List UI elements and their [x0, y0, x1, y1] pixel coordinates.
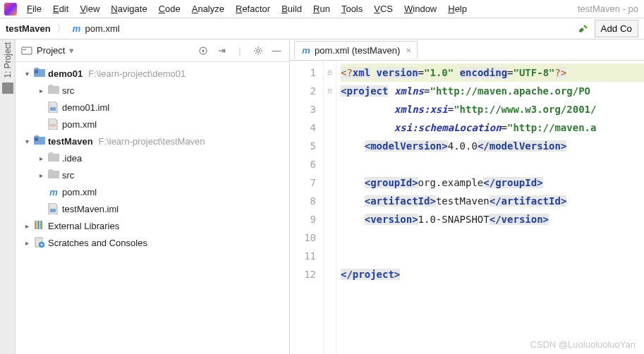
breadcrumb-project[interactable]: testMaven — [6, 23, 51, 34]
tree-module-demo01[interactable]: ▾demo01F:\learn-project\demo01 — [16, 65, 289, 82]
tree-external-libraries[interactable]: ▸External Libraries — [16, 217, 289, 234]
tree-item-label: testMaven.iml — [62, 204, 119, 214]
tree-item-label: src — [62, 170, 74, 181]
menu-tools[interactable]: Tools — [336, 2, 368, 16]
code-line-7[interactable]: <groupId>org.example</groupId> — [341, 173, 644, 192]
menu-refactor[interactable]: Refactor — [230, 2, 276, 16]
divider: | — [233, 44, 247, 58]
expand-all-icon[interactable]: ⇥ — [214, 44, 229, 58]
svg-rect-8 — [35, 138, 38, 141]
tree-item-src[interactable]: ▸src — [16, 166, 289, 183]
code-line-1[interactable]: <?xml version="1.0" encoding="UTF-8"?> — [341, 63, 644, 82]
menu-view[interactable]: View — [74, 2, 105, 16]
add-configuration-button[interactable]: Add Co — [595, 20, 638, 37]
code-line-6[interactable] — [341, 155, 644, 173]
tree-item-pom-xml[interactable]: <>pom.xml — [16, 116, 289, 133]
project-view-title[interactable]: Project — [37, 45, 65, 56]
tree-item--idea[interactable]: ▸.idea — [16, 149, 289, 166]
menu-help[interactable]: Help — [442, 2, 473, 16]
project-view-icon — [21, 45, 32, 56]
pom-m-icon: m — [48, 186, 59, 197]
tree-item-label: External Libraries — [48, 221, 119, 231]
project-tool-button[interactable]: 1: Project — [3, 42, 13, 78]
menu-edit[interactable]: Edit — [47, 2, 74, 16]
menu-file[interactable]: File — [21, 2, 47, 16]
code-line-4[interactable]: xsi:schemaLocation="http://maven.a — [341, 118, 644, 137]
close-tab-icon[interactable]: × — [406, 45, 411, 56]
tree-twistie-icon[interactable]: ▸ — [37, 154, 45, 162]
svg-point-3 — [202, 49, 205, 51]
tree-twistie-icon[interactable]: ▸ — [23, 239, 31, 247]
line-number-gutter: 123456789101112 — [290, 61, 324, 354]
code-line-2[interactable]: <project xmlns="http://maven.apache.org/… — [341, 82, 644, 100]
tree-twistie-icon[interactable]: ▸ — [23, 222, 31, 230]
tree-item-label: demo01 — [48, 68, 83, 79]
code-line-10[interactable] — [341, 228, 644, 247]
tool-window-stripe: 1: Project — [0, 39, 16, 354]
tree-twistie-icon[interactable]: ▾ — [23, 70, 31, 78]
breadcrumb-file[interactable]: pom.xml — [85, 23, 120, 34]
svg-rect-5 — [35, 70, 38, 73]
tree-item-src[interactable]: ▸src — [16, 82, 289, 99]
tree-module-testMaven[interactable]: ▾testMavenF:\learn-project\testMaven — [16, 133, 289, 149]
tree-twistie-icon[interactable]: ▸ — [37, 171, 45, 179]
tree-scratches-and-consoles[interactable]: ▸Scratches and Consoles — [16, 234, 289, 251]
menu-vcs[interactable]: VCS — [368, 2, 399, 16]
view-dropdown-icon[interactable]: ▾ — [69, 45, 74, 56]
code-line-5[interactable]: <modelVersion>4.0.0</modelVersion> — [341, 137, 644, 155]
navigation-bar: testMaven 〉 m pom.xml Add Co — [0, 18, 644, 39]
locate-icon[interactable] — [196, 44, 210, 58]
project-tree[interactable]: ▾demo01F:\learn-project\demo01▸srcdemo01… — [16, 62, 289, 254]
code-line-11[interactable] — [341, 247, 644, 265]
tree-item-testMaven-iml[interactable]: testMaven.iml — [16, 200, 289, 217]
tree-item-label: demo01.iml — [62, 102, 109, 113]
module-icon — [34, 135, 45, 147]
editor-body[interactable]: 123456789101112 ⊟⊟ <?xml version="1.0" e… — [290, 61, 644, 354]
menu-window[interactable]: Window — [399, 2, 442, 16]
tab-label: pom.xml (testMaven) — [315, 45, 400, 56]
gear-icon[interactable] — [251, 44, 265, 58]
hide-icon[interactable]: — — [269, 44, 284, 58]
code-area[interactable]: <?xml version="1.0" encoding="UTF-8"?><p… — [336, 61, 644, 354]
tree-twistie-icon[interactable]: ▾ — [23, 138, 31, 145]
svg-rect-6 — [50, 107, 56, 111]
tree-item-label: pom.xml — [62, 119, 97, 130]
maven-file-icon: m — [71, 23, 83, 35]
svg-text:<>: <> — [50, 123, 56, 128]
tree-item-path: F:\learn-project\testMaven — [99, 136, 205, 147]
editor-pane: m pom.xml (testMaven) × 123456789101112 … — [290, 39, 644, 354]
tree-item-path: F:\learn-project\demo01 — [88, 68, 186, 79]
code-line-9[interactable]: <version>1.0-SNAPSHOT</version> — [341, 210, 644, 228]
iml-icon — [48, 203, 59, 214]
tree-item-demo01-iml[interactable]: demo01.iml — [16, 99, 289, 116]
code-line-3[interactable]: xmlns:xsi="http://www.w3.org/2001/ — [341, 100, 644, 118]
structure-tool-icon[interactable] — [2, 83, 13, 94]
svg-rect-0 — [22, 47, 32, 54]
svg-rect-9 — [50, 209, 56, 212]
menu-run[interactable]: Run — [308, 2, 336, 16]
editor-tabs: m pom.xml (testMaven) × — [290, 39, 644, 61]
tree-item-pom-xml[interactable]: mpom.xml — [16, 183, 289, 200]
code-line-12[interactable]: </project> — [341, 265, 644, 283]
code-line-8[interactable]: <artifactId>testMaven</artifactId> — [341, 192, 644, 210]
folder-icon — [48, 169, 59, 181]
menu-code[interactable]: Code — [153, 2, 186, 16]
fold-gutter[interactable]: ⊟⊟ — [324, 61, 336, 354]
folder-icon — [48, 152, 59, 164]
menubar: FileEditViewNavigateCodeAnalyzeRefactorB… — [0, 0, 644, 18]
menu-analyze[interactable]: Analyze — [186, 2, 230, 16]
maven-file-icon: m — [300, 44, 312, 56]
tab-pom-xml[interactable]: m pom.xml (testMaven) × — [294, 41, 418, 59]
menu-navigate[interactable]: Navigate — [105, 2, 152, 16]
build-hammer-icon[interactable] — [576, 22, 590, 36]
folder-icon — [48, 85, 59, 96]
project-tool-header: Project ▾ ⇥ | — — [16, 39, 289, 62]
window-title: testMaven - po — [578, 4, 641, 14]
svg-rect-11 — [37, 221, 40, 229]
pom-icon: <> — [48, 118, 59, 130]
tree-twistie-icon[interactable]: ▸ — [37, 87, 45, 94]
menu-build[interactable]: Build — [276, 2, 308, 16]
svg-point-4 — [257, 49, 260, 51]
watermark: CSDN @LuoluoluoluoYan — [530, 339, 636, 350]
scratch-icon — [34, 237, 45, 248]
